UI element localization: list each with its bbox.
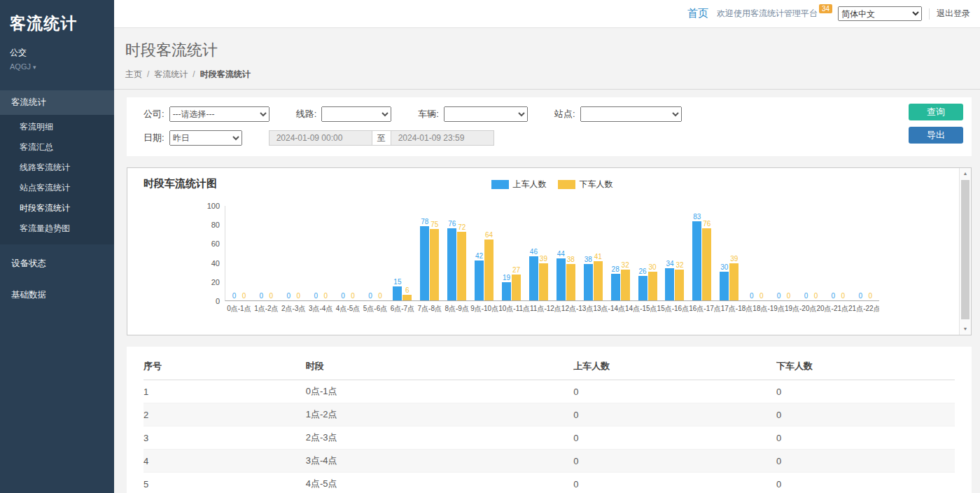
bar-column: 0 xyxy=(784,206,793,300)
sidebar-section[interactable]: 基础数据 xyxy=(0,283,114,307)
x-axis-label: 13点-14点 xyxy=(593,304,625,314)
bar-group: 00 xyxy=(280,206,307,300)
bar-group: 4438 xyxy=(552,206,580,300)
date-preset-select[interactable]: 昨日 xyxy=(169,130,242,146)
sidebar-item[interactable]: 时段客流统计 xyxy=(0,198,114,218)
bar-column: 78 xyxy=(420,206,429,300)
org-code-dropdown[interactable]: AQGJ▾ xyxy=(10,62,104,71)
date-start-input[interactable] xyxy=(269,130,372,146)
bar-column: 0 xyxy=(866,206,875,300)
station-select[interactable] xyxy=(580,106,682,122)
bar-column: 0 xyxy=(747,206,756,300)
table-header-cell: 序号 xyxy=(144,354,306,380)
breadcrumb-item[interactable]: 客流统计 xyxy=(154,69,188,79)
bar-value-label: 76 xyxy=(703,220,710,228)
chart-legend: 上车人数下车人数 xyxy=(225,179,879,190)
filter-panel: 公司: ---请选择--- 线路: 车辆: 站点: xyxy=(127,97,972,156)
x-axis-label: 8点-9点 xyxy=(443,304,470,314)
table-header-cell: 下车人数 xyxy=(776,354,955,380)
app-title: 客流统计 xyxy=(10,13,104,34)
breadcrumb-item[interactable]: 主页 xyxy=(125,69,142,79)
line-filter: 线路: xyxy=(296,106,392,122)
table-body: 10点-1点0021点-2点0032点-3点0043点-4点0054点-5点00… xyxy=(144,380,955,493)
bar-group: 3432 xyxy=(662,206,689,300)
table-header-row: 序号时段上车人数下车人数 xyxy=(144,354,955,380)
bar-group: 8376 xyxy=(688,206,715,300)
bar-column: 0 xyxy=(774,206,783,300)
date-filter: 日期: 昨日 xyxy=(144,130,242,146)
x-axis-label: 5点-6点 xyxy=(362,304,389,314)
table-cell: 3点-4点 xyxy=(306,450,573,473)
logout-link[interactable]: 退出登录 xyxy=(937,8,970,20)
table-cell: 1 xyxy=(144,380,306,403)
filter-buttons: 查询 导出 xyxy=(909,104,963,144)
table-header-cell: 上车人数 xyxy=(573,354,776,380)
table-cell: 0 xyxy=(776,403,955,426)
bar xyxy=(702,228,711,300)
home-link[interactable]: 首页 xyxy=(687,7,708,20)
bar xyxy=(512,275,521,300)
sidebar-item[interactable]: 客流明细 xyxy=(0,117,114,137)
scroll-up-icon[interactable]: ▲ xyxy=(960,168,971,179)
bar-value-label: 15 xyxy=(393,278,401,286)
table-header-cell: 时段 xyxy=(306,354,573,380)
bar-column: 0 xyxy=(339,206,348,300)
bar-column: 0 xyxy=(239,206,248,300)
table-cell: 4 xyxy=(144,450,306,473)
bar-group: 7875 xyxy=(416,206,443,300)
bar-column: 76 xyxy=(702,206,711,300)
bar-value-label: 39 xyxy=(540,255,547,263)
x-axis-label: 18点-19点 xyxy=(752,304,785,314)
bar-column: 15 xyxy=(393,206,402,300)
main-area: 首页 欢迎使用客流统计管理平台 34 简体中文 退出登录 时段客流统计 主页/客… xyxy=(114,0,980,493)
x-axis-label: 1点-2点 xyxy=(253,304,280,314)
bar-value-label: 44 xyxy=(557,250,565,258)
sidebar: 客流统计 公交 AQGJ▾ 客流统计客流明细客流汇总线路客流统计站点客流统计时段… xyxy=(0,0,114,493)
sidebar-item[interactable]: 站点客流统计 xyxy=(0,178,114,198)
bar-value-label: 0 xyxy=(286,292,290,300)
scroll-down-icon[interactable]: ▼ xyxy=(960,324,971,335)
bar-group: 1927 xyxy=(498,206,525,300)
line-select[interactable] xyxy=(321,106,391,122)
x-axis-label: 17点-18点 xyxy=(721,304,753,314)
bar-column: 0 xyxy=(802,206,811,300)
company-select[interactable]: ---请选择--- xyxy=(169,106,270,122)
bar xyxy=(665,268,674,300)
bar-group: 3039 xyxy=(715,206,743,300)
export-button[interactable]: 导出 xyxy=(909,127,963,144)
sidebar-item[interactable]: 客流汇总 xyxy=(0,137,114,158)
table-cell: 0 xyxy=(573,473,776,493)
bar-column: 39 xyxy=(539,206,548,300)
scrollbar-thumb[interactable] xyxy=(961,180,969,319)
x-axis: 0点-1点1点-2点2点-3点3点-4点4点-5点5点-6点6点-7点7点-8点… xyxy=(225,300,879,314)
chart-scrollbar[interactable]: ▲ ▼ xyxy=(959,168,971,335)
query-button[interactable]: 查询 xyxy=(909,104,963,120)
bar-group: 3841 xyxy=(580,206,607,300)
org-name: 公交 xyxy=(10,47,104,59)
breadcrumb: 主页/客流统计/时段客流统计 xyxy=(125,69,980,81)
sidebar-item[interactable]: 客流量趋势图 xyxy=(0,218,114,239)
bar-group: 2832 xyxy=(607,206,634,300)
language-select[interactable]: 简体中文 xyxy=(838,6,922,21)
x-axis-label: 0点-1点 xyxy=(225,304,253,314)
sidebar-section[interactable]: 客流统计 xyxy=(0,90,114,115)
bar-value-label: 0 xyxy=(368,292,372,300)
sidebar-item[interactable]: 线路客流统计 xyxy=(0,158,114,178)
x-axis-label: 10点-11点 xyxy=(498,304,530,314)
bar-value-label: 0 xyxy=(859,292,863,300)
bar-column: 0 xyxy=(294,206,303,300)
bar-column: 42 xyxy=(475,206,484,300)
bar-value-label: 76 xyxy=(448,220,456,228)
table-row: 10点-1点00 xyxy=(144,380,955,403)
bar xyxy=(539,263,548,300)
legend-swatch xyxy=(558,180,575,189)
bar-column: 0 xyxy=(267,206,276,300)
date-end-input[interactable] xyxy=(391,130,494,146)
bar-chart: 020406080100 000000000000156787576724264… xyxy=(225,206,879,301)
vehicle-select[interactable] xyxy=(444,106,528,122)
bar-value-label: 78 xyxy=(421,218,428,225)
chart-bars: 0000000000001567875767242641927463944383… xyxy=(225,206,879,300)
sidebar-section[interactable]: 设备状态 xyxy=(0,251,114,276)
bar-column: 0 xyxy=(312,206,321,300)
bar-value-label: 0 xyxy=(777,292,781,300)
